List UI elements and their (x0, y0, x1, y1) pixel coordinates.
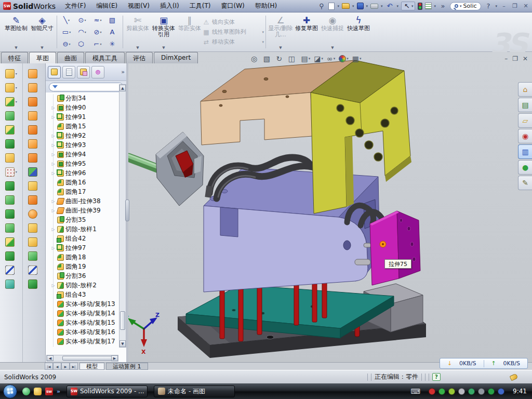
trim-entities-button[interactable]: ✄ 剪裁实体 ▼ (125, 14, 151, 50)
feature-tree-item[interactable]: ▷ 切除-放样1 (48, 224, 119, 234)
knit-surface-tool[interactable]: ▾ (23, 263, 46, 277)
property-manager-tab[interactable] (62, 66, 75, 78)
ellipse-tool[interactable]: ⊘ ▾ (90, 26, 105, 38)
feature-tree-item[interactable]: ▷ 分割34 (48, 94, 119, 103)
expand-icon[interactable]: ▷ (51, 199, 56, 204)
feature-tree-item[interactable]: ▷ 曲面-拉伸38 (48, 196, 119, 206)
circle-tool[interactable]: ⊙ ▾ (74, 14, 90, 26)
convert-entities-button[interactable]: ▣ 转换实体引用 ▼ (151, 14, 177, 50)
menu-item[interactable]: 编辑(E) (91, 1, 123, 11)
mirror-entities-button[interactable]: ⚠ 镜向实体 ▾ (203, 18, 264, 26)
smart-dimension-button[interactable]: ◈ 智能尺寸 ▼ (29, 14, 55, 50)
feature-tree-item[interactable]: ▷ 拉伸91 (48, 112, 119, 122)
restore-button[interactable]: ❐ (511, 3, 519, 9)
mirror-feature-tool[interactable]: ▾ (0, 221, 22, 235)
cavity-tool[interactable]: ▾ (23, 151, 46, 165)
update-tray-icon[interactable] (498, 388, 504, 395)
expand-icon[interactable]: ▷ (51, 134, 56, 138)
search-box[interactable]: ▾ Solic (450, 2, 481, 10)
spline-tool[interactable]: ≈ ▾ (90, 14, 105, 26)
instant3d-tool[interactable]: ▾ (0, 277, 22, 291)
shell-tool[interactable]: ▾ (0, 207, 22, 221)
shut-off-surface-tool[interactable]: ▾ (23, 95, 46, 109)
ribbon-tab[interactable]: 模具工具 (85, 52, 125, 63)
expand-icon[interactable]: ▷ (51, 208, 56, 213)
scroll-right-icon[interactable]: ▶ (111, 355, 118, 361)
custom-properties-tab[interactable]: ✎ (518, 176, 532, 190)
document-tab[interactable]: 运动算例 1 (106, 363, 148, 370)
panel-splitter[interactable] (126, 63, 128, 362)
split-feature-tool[interactable]: ▾ (23, 235, 46, 249)
ribbon-tab[interactable]: 特征 (1, 52, 28, 63)
hole-wizard-tool[interactable]: ▾ (0, 151, 22, 165)
boundary-boss-tool[interactable]: ▾ (0, 123, 22, 137)
feature-tree-item[interactable]: ▷ 实体-移动/复制16 (48, 327, 119, 337)
menu-item[interactable]: 工具(T) (184, 1, 216, 11)
rotate-view-icon[interactable]: ↻ ▾ (276, 55, 284, 63)
display-style-icon[interactable]: ◪ ▾ (314, 55, 323, 63)
arc-tool[interactable]: ◠ ▾ (74, 26, 90, 38)
ribbon-tab[interactable]: 评估 (126, 52, 153, 63)
tab-nav-button[interactable]: ▶| (70, 363, 78, 370)
parting-surface-tool[interactable]: ▾ (23, 109, 46, 123)
appearances-scenes-tab[interactable]: ● (518, 160, 532, 175)
feature-tree-item[interactable]: ▷ 组合43 (48, 290, 119, 299)
menu-item[interactable]: 文件(F) (60, 1, 91, 11)
feature-tree-item[interactable]: ▷ 拉伸90 (48, 103, 119, 112)
tab-nav-button[interactable]: ▶ (61, 363, 70, 370)
app-quicklaunch-icon[interactable] (34, 388, 42, 395)
network-speed-widget[interactable]: ↓ 0KB/S ↑ 0KB/S (440, 358, 528, 369)
feature-tree-item[interactable]: ▷ 拉伸96 (48, 168, 119, 178)
mold-ribbon-tool[interactable]: ▾ (23, 66, 46, 81)
core-tool[interactable]: ▾ (23, 137, 46, 151)
dimxpert-manager-tab[interactable]: ⊕ (91, 66, 104, 78)
print-icon[interactable] (370, 4, 378, 9)
lofted-boss-tool[interactable]: ▾ (0, 109, 22, 123)
polygon-tool[interactable]: ⬡ ▾ (74, 38, 90, 50)
save-icon[interactable] (357, 3, 364, 9)
tab-nav-button[interactable]: ◀ (53, 363, 61, 370)
keyboard-layout-icon[interactable]: ⌨ (410, 388, 420, 395)
configuration-manager-tab[interactable] (77, 66, 90, 78)
graphics-viewport[interactable]: Y Z X ◎ ▾ ▧ ▾ ↻ ▾ (127, 52, 532, 362)
feature-tree-item[interactable]: ▷ 拉伸97 (48, 243, 119, 252)
solidworks-quicklaunch-icon[interactable]: SW (45, 388, 53, 395)
appearance-icon[interactable]: ▾ (339, 55, 349, 62)
feature-tree-item[interactable]: ▷ 圆角18 (48, 252, 119, 262)
repair-sketch-button[interactable]: ✚ 修复草图 ▼ (294, 14, 320, 50)
toolbar-overflow-icon[interactable]: » (438, 2, 447, 10)
feature-tree-item[interactable]: ▷ 圆角17 (48, 187, 119, 196)
expand-icon[interactable]: ▷ (51, 227, 56, 232)
parting-line-tool[interactable]: ▾ (23, 81, 46, 95)
doc-restore-button[interactable]: ❐ (512, 55, 518, 62)
expand-icon[interactable]: ▷ (51, 171, 56, 176)
doc-close-button[interactable]: ✕ (523, 55, 528, 62)
sync-tray-icon[interactable] (468, 388, 475, 395)
pin-icon[interactable]: ⚲ (317, 2, 326, 10)
scroll-up-icon[interactable]: ▲ (119, 85, 126, 91)
scroll-left-icon[interactable]: ◀ (47, 355, 54, 361)
tree-horizontal-scrollbar[interactable]: ◀ ▶ (46, 355, 118, 362)
menu-item[interactable]: 插入(I) (155, 1, 184, 11)
model-canvas[interactable]: Y Z X (127, 52, 532, 362)
taskbar-button-solidworks[interactable]: SW SolidWorks 2009 - ... (66, 385, 148, 397)
feature-tree-item[interactable]: ▷ 切除-放样2 (48, 281, 119, 290)
messenger-quicklaunch-icon[interactable] (22, 388, 30, 395)
selection-box-tool[interactable]: ▧ ▾ (105, 14, 121, 26)
quicklaunch-overflow-icon[interactable]: » (57, 388, 60, 395)
scale-tool[interactable]: ▾ (23, 207, 46, 221)
draft-tool[interactable]: ▾ (0, 193, 22, 207)
rapid-sketch-button[interactable]: ϟ 快速草图 ▼ (345, 14, 371, 50)
help-icon[interactable]: ? (484, 2, 493, 10)
resources-tab[interactable]: ⌂ (518, 82, 532, 97)
feature-tree-item[interactable]: ▷ 实体-移动/复制17 (48, 337, 119, 346)
scroll-down-icon[interactable]: ▼ (119, 340, 126, 347)
linear-sketch-pattern-button[interactable]: ▦ 线性草图阵列 ▾ (203, 28, 264, 36)
network-tray-icon[interactable] (478, 388, 485, 395)
display-delete-relations-button[interactable]: ∠ 显示/删除几... ▼ (268, 14, 294, 50)
feature-manager-tab[interactable] (48, 66, 61, 78)
undo-icon[interactable]: ↶ (385, 2, 394, 10)
feature-tree-item[interactable]: ▷ 分割35 (48, 215, 119, 224)
scene-icon[interactable]: ▦ ▾ (352, 55, 362, 63)
ribbon-tab[interactable]: DimXpert (154, 52, 198, 63)
